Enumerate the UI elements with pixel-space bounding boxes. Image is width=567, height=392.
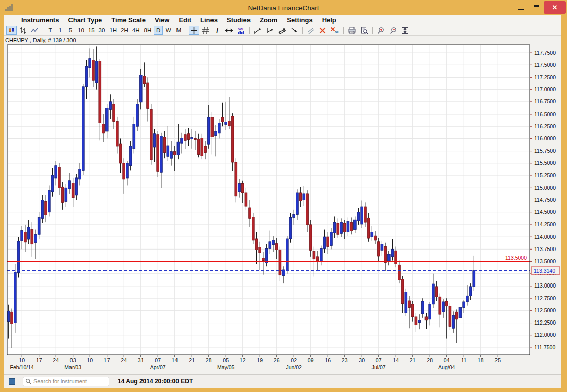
timescale-10-button[interactable]: 10	[76, 26, 86, 35]
crosshair-icon[interactable]	[189, 26, 199, 35]
timescale-1-button[interactable]: 1	[56, 26, 65, 35]
candlestick-chart-icon[interactable]	[6, 26, 17, 35]
statusbar-divider	[19, 377, 19, 386]
svg-text:115.0000: 115.0000	[534, 185, 556, 191]
timescale-t-button[interactable]: T	[46, 26, 55, 35]
toolbar-divider	[249, 27, 250, 34]
toolbar-divider	[343, 27, 344, 34]
search-input[interactable]	[31, 378, 107, 385]
svg-text:25: 25	[494, 357, 501, 363]
timescale-5-button[interactable]: 5	[66, 26, 75, 35]
menu-instruments[interactable]: Instruments	[17, 16, 63, 24]
status-bar: 14 Aug 2014 20:00:00 EDT	[4, 374, 561, 388]
svg-text:114.2500: 114.2500	[534, 221, 556, 227]
svg-text:114.5000: 114.5000	[534, 209, 556, 215]
timescale-2h-button[interactable]: 2H	[119, 26, 130, 35]
trend-line-icon[interactable]	[252, 26, 263, 35]
timescale-m-button[interactable]: M	[174, 26, 183, 35]
svg-text:113.7500: 113.7500	[534, 246, 556, 252]
grid-icon[interactable]	[200, 26, 211, 35]
maximize-icon	[534, 5, 539, 10]
svg-text:17: 17	[104, 357, 110, 363]
svg-text:11: 11	[461, 357, 467, 363]
svg-text:18: 18	[478, 357, 484, 363]
menu-time-scale[interactable]: Time Scale	[107, 16, 150, 24]
svg-text:114.7500: 114.7500	[534, 197, 556, 203]
minimize-button[interactable]	[513, 1, 528, 14]
info-icon[interactable]: i	[212, 26, 223, 35]
trend-ray-icon[interactable]	[264, 26, 275, 35]
svg-text:10: 10	[87, 357, 93, 363]
menu-settings[interactable]: Settings	[282, 16, 317, 24]
toolbar-divider	[302, 27, 303, 34]
price-chart[interactable]: 113.500010172403101724310714212805121926…	[4, 38, 561, 374]
svg-text:116.5000: 116.5000	[534, 111, 556, 117]
svg-text:19: 19	[257, 357, 263, 363]
svg-text:117.5000: 117.5000	[534, 62, 556, 68]
menu-bar: InstrumentsChart TypeTime ScaleViewEditL…	[4, 15, 561, 25]
timescale-8h-button[interactable]: 8H	[143, 26, 153, 35]
volume-icon[interactable]: vol	[235, 26, 246, 35]
svg-text:May/05: May/05	[217, 364, 235, 370]
toolbar-divider	[413, 27, 413, 34]
timescale-30-button[interactable]: 30	[97, 26, 107, 35]
search-box[interactable]	[23, 377, 109, 386]
svg-text:28: 28	[206, 357, 212, 363]
close-button[interactable]: ✕	[544, 1, 566, 14]
svg-text:14: 14	[172, 357, 178, 363]
tool-bar: T151015301H2H4H8HDWMivolall	[4, 25, 561, 36]
print-icon[interactable]	[346, 26, 358, 35]
maximize-button[interactable]	[528, 1, 544, 14]
fit-vertical-icon[interactable]	[400, 26, 410, 35]
svg-text:117.2500: 117.2500	[534, 74, 556, 80]
svg-text:112.5000: 112.5000	[534, 307, 556, 313]
svg-text:05: 05	[223, 357, 229, 363]
search-icon	[25, 378, 31, 384]
delete-all-lines-icon[interactable]: all	[329, 26, 341, 35]
svg-text:114.0000: 114.0000	[534, 234, 556, 240]
svg-text:112.0000: 112.0000	[534, 332, 556, 338]
menu-chart-type[interactable]: Chart Type	[63, 16, 107, 24]
timescale-d-button[interactable]: D	[154, 26, 163, 35]
svg-text:Feb/10/14: Feb/10/14	[10, 364, 34, 370]
svg-text:113.3140: 113.3140	[534, 268, 555, 274]
instrument-label: CHF/JPY , Daily, # 139 / 300	[5, 37, 76, 43]
arrow-line-icon[interactable]	[289, 26, 300, 35]
svg-text:116.2500: 116.2500	[534, 123, 556, 129]
last-update-timestamp: 14 Aug 2014 20:00:00 EDT	[118, 378, 193, 385]
svg-text:116.7500: 116.7500	[534, 98, 556, 104]
timescale-15-button[interactable]: 15	[87, 26, 96, 35]
delete-line-icon[interactable]	[317, 26, 328, 35]
svg-text:117.0000: 117.0000	[534, 86, 556, 92]
svg-text:vol: vol	[238, 27, 243, 31]
menu-studies[interactable]: Studies	[222, 16, 255, 24]
ohlc-bar-chart-icon[interactable]	[18, 26, 28, 35]
close-icon: ✕	[552, 4, 558, 11]
zoom-in-icon[interactable]	[375, 26, 386, 35]
zoom-out-icon[interactable]	[387, 26, 399, 35]
svg-text:28: 28	[427, 357, 433, 363]
svg-text:112.7500: 112.7500	[534, 295, 556, 301]
menu-lines[interactable]: Lines	[196, 16, 222, 24]
instrument-square-icon	[9, 378, 15, 385]
svg-text:Aug/04: Aug/04	[438, 364, 455, 370]
timescale-4h-button[interactable]: 4H	[131, 26, 141, 35]
parallel-lines-icon[interactable]	[305, 26, 316, 35]
svg-text:17: 17	[36, 357, 42, 363]
svg-text:Jun/02: Jun/02	[286, 364, 302, 370]
horizontal-scroll-icon[interactable]	[224, 26, 234, 35]
channel-icon[interactable]	[276, 26, 288, 35]
timescale-1h-button[interactable]: 1H	[108, 26, 118, 35]
line-chart-icon[interactable]	[29, 26, 40, 35]
menu-zoom[interactable]: Zoom	[255, 16, 282, 24]
toolbar-divider	[186, 27, 186, 34]
print-preview-icon[interactable]	[359, 26, 370, 35]
svg-text:115.2500: 115.2500	[534, 172, 556, 179]
menu-help[interactable]: Help	[317, 16, 341, 24]
svg-text:117.7500: 117.7500	[534, 50, 556, 56]
menu-edit[interactable]: Edit	[174, 16, 196, 24]
timescale-w-button[interactable]: W	[164, 26, 173, 35]
menu-view[interactable]: View	[150, 16, 174, 24]
app-window: NetDania FinanceChart ✕ InstrumentsChart…	[0, 0, 567, 392]
svg-text:10: 10	[19, 357, 25, 363]
